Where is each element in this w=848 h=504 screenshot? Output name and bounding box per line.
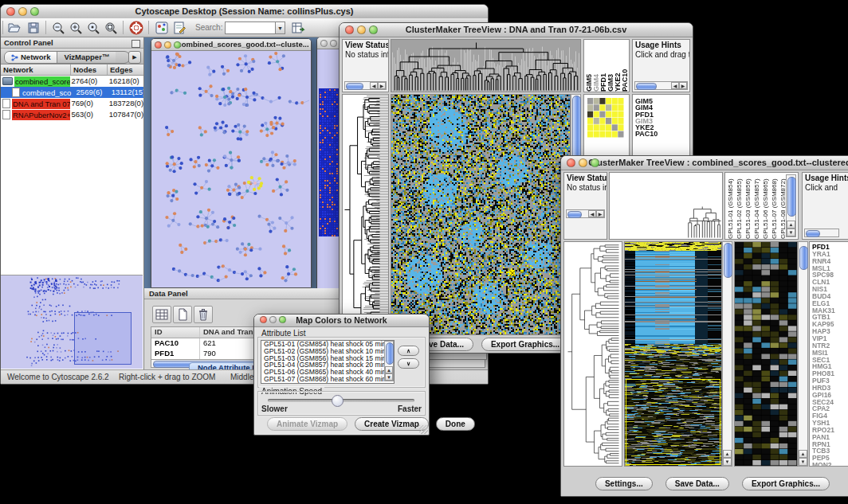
scroll-down-arrow[interactable]: ▼ bbox=[385, 373, 393, 381]
select-attributes-button[interactable] bbox=[152, 306, 171, 323]
minimize-button[interactable] bbox=[269, 316, 277, 323]
scroll-down-arrow[interactable]: ▼ bbox=[787, 229, 795, 236]
column-label[interactable]: GPL51-04 (GSM857) bbox=[753, 173, 761, 239]
import-table-icon[interactable] bbox=[291, 21, 305, 35]
resize-grip[interactable] bbox=[419, 425, 428, 434]
scroll-left-arrow[interactable]: ◀ bbox=[671, 82, 679, 89]
column-label[interactable]: GPL51-03 (GSM856) bbox=[744, 173, 752, 239]
annotation-icon[interactable] bbox=[172, 21, 186, 35]
column-label[interactable]: GPL51-02 (GSM855) bbox=[736, 173, 744, 239]
minimize-button[interactable] bbox=[330, 40, 337, 47]
create-vizmap-button[interactable]: Create Vizmap bbox=[355, 417, 429, 431]
tab-network[interactable]: Network bbox=[5, 52, 57, 63]
close-button[interactable] bbox=[320, 40, 328, 47]
save-icon[interactable] bbox=[26, 21, 41, 35]
scrollbar-thumb[interactable] bbox=[799, 246, 808, 270]
treeview-button[interactable]: Export Graphics... bbox=[742, 477, 830, 490]
treeview-button[interactable]: Save Data... bbox=[665, 477, 729, 490]
column-network[interactable]: Network bbox=[1, 64, 71, 75]
help-lifering-icon[interactable] bbox=[129, 21, 143, 35]
scroll-down-arrow[interactable]: ▼ bbox=[723, 458, 732, 466]
close-button[interactable] bbox=[155, 41, 162, 49]
zoom-in-icon[interactable] bbox=[69, 21, 83, 35]
zoom-heatmap-panel[interactable] bbox=[734, 241, 798, 467]
usage-hints-hscrollbar[interactable] bbox=[804, 229, 839, 237]
close-button[interactable] bbox=[6, 7, 15, 16]
network-row[interactable]: combined_sco 2569(6) 13112(15) bbox=[1, 87, 143, 98]
done-button[interactable]: Done bbox=[436, 417, 475, 431]
new-attribute-button[interactable] bbox=[173, 306, 192, 323]
close-button[interactable] bbox=[567, 158, 575, 167]
column-label[interactable]: GPL51-06 (GSM865) bbox=[762, 173, 770, 239]
treeview2-titlebar[interactable]: ClusterMaker TreeView : combined_scores_… bbox=[561, 156, 848, 170]
network-canvas[interactable] bbox=[151, 51, 309, 287]
scroll-up-arrow[interactable]: ▲ bbox=[799, 450, 807, 458]
zoom-button[interactable] bbox=[591, 158, 599, 167]
minimize-button[interactable] bbox=[357, 25, 366, 34]
column-id[interactable]: ID bbox=[151, 327, 200, 338]
scrollbar-thumb[interactable] bbox=[346, 83, 363, 90]
scrollbar-thumb[interactable] bbox=[386, 342, 394, 365]
search-input[interactable] bbox=[225, 21, 276, 34]
scrollbar-thumb[interactable] bbox=[636, 83, 657, 90]
minimize-button[interactable] bbox=[18, 7, 27, 16]
open-file-icon[interactable] bbox=[7, 21, 22, 35]
close-button[interactable] bbox=[260, 316, 267, 323]
row-label[interactable]: PAC10 bbox=[635, 131, 689, 137]
column-label[interactable]: GPL51-01 (GSM854) bbox=[727, 173, 735, 239]
scrollbar-thumb[interactable] bbox=[567, 211, 582, 218]
heatmap-vscrollbar[interactable]: ▲ ▼ bbox=[722, 241, 732, 467]
scroll-down-arrow[interactable]: ▼ bbox=[799, 458, 807, 466]
node-palette-icon[interactable] bbox=[155, 21, 169, 35]
scroll-right-arrow[interactable]: ▶ bbox=[378, 82, 386, 89]
delete-attribute-trash-icon[interactable] bbox=[194, 306, 213, 323]
zoom-fit-icon[interactable] bbox=[104, 21, 118, 35]
scroll-up-arrow[interactable]: ▲ bbox=[787, 221, 795, 229]
birdseye-view[interactable] bbox=[1, 275, 143, 369]
more-tabs-button[interactable]: ▶ bbox=[128, 51, 141, 64]
network-row[interactable]: DNA and Tran 07 769(0) 183728(0) bbox=[1, 98, 143, 109]
attribute-list-vscrollbar[interactable]: ▲ ▼ bbox=[384, 341, 394, 381]
zoom-button[interactable] bbox=[369, 25, 378, 34]
search-dropdown-arrow[interactable]: ▼ bbox=[275, 21, 285, 34]
column-labels-vscrollbar[interactable]: ▲ ▼ bbox=[786, 174, 796, 237]
birdseye-canvas[interactable] bbox=[1, 275, 141, 367]
attribute-item[interactable]: GPL51-07 (GSM868) heat shock 60 min bbox=[261, 376, 394, 383]
scroll-up-arrow[interactable]: ▲ bbox=[723, 450, 732, 458]
dialog-titlebar[interactable]: Map Colors to Network bbox=[254, 315, 429, 327]
column-dendrogram-panel[interactable] bbox=[391, 39, 581, 92]
minimize-button[interactable] bbox=[579, 158, 587, 167]
column-label[interactable]: GIM3 bbox=[607, 40, 614, 92]
network-row[interactable]: RNAPuberNov2+ 563(0) 107847(0) bbox=[1, 109, 143, 120]
heatmap-canvas[interactable] bbox=[625, 242, 721, 466]
tab-vizmapper[interactable]: VizMapper™ bbox=[57, 52, 116, 63]
column-dendrogram-canvas[interactable] bbox=[391, 40, 580, 92]
column-label[interactable]: GIM5 bbox=[586, 40, 592, 92]
zoom-button[interactable] bbox=[279, 316, 286, 323]
heatmap-canvas[interactable] bbox=[391, 95, 570, 334]
row-dendrogram-panel[interactable] bbox=[563, 241, 622, 467]
scrollbar-thumb[interactable] bbox=[787, 177, 796, 217]
move-attribute-down-button[interactable]: ∨ bbox=[398, 358, 419, 369]
view-status-hscrollbar[interactable]: ◀ ▶ bbox=[566, 209, 605, 218]
float-panel-icon[interactable] bbox=[132, 40, 140, 48]
treeview-button[interactable]: Export Graphics... bbox=[481, 338, 569, 351]
zoom-vscrollbar[interactable]: ▲ ▼ bbox=[798, 241, 808, 467]
row-dendrogram-canvas[interactable] bbox=[343, 95, 388, 334]
column-label[interactable]: PAC10 bbox=[622, 40, 628, 92]
network-window-1-titlebar[interactable]: combined_scores_good.txt--cluste... bbox=[151, 39, 311, 51]
column-edges[interactable]: Edges bbox=[108, 64, 143, 75]
slider-thumb[interactable] bbox=[332, 395, 344, 407]
attribute-listbox[interactable]: GPL51-01 (GSM854) heat shock 05 minGPL51… bbox=[261, 340, 395, 384]
heatmap-panel[interactable] bbox=[391, 94, 571, 335]
main-titlebar[interactable]: Cytoscape Desktop (Session Name: collins… bbox=[1, 5, 488, 19]
heatmap-panel[interactable] bbox=[624, 241, 722, 467]
column-label[interactable]: PFD1 bbox=[600, 40, 607, 92]
column-nodes[interactable]: Nodes bbox=[71, 64, 108, 75]
scroll-right-arrow[interactable]: ▶ bbox=[679, 82, 687, 89]
gene-label[interactable]: MON2 bbox=[812, 462, 848, 467]
scroll-up-arrow[interactable]: ▲ bbox=[385, 366, 393, 373]
column-dendrogram-canvas[interactable] bbox=[610, 173, 722, 239]
zoom-heatmap-canvas[interactable] bbox=[735, 242, 797, 466]
grid-network-canvas[interactable] bbox=[319, 88, 341, 236]
